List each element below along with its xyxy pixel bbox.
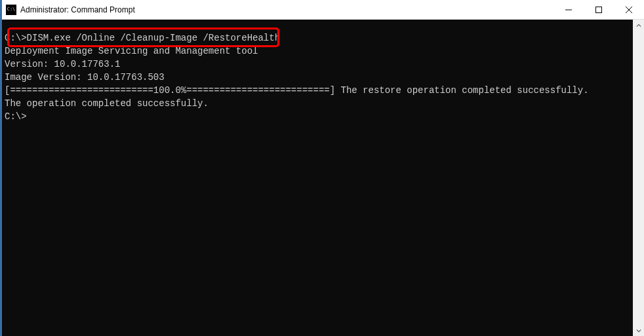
close-button[interactable] xyxy=(614,0,644,19)
terminal-line: C:\> xyxy=(5,110,630,123)
scroll-up-arrow-icon[interactable] xyxy=(633,20,644,31)
maximize-button[interactable] xyxy=(584,0,614,19)
terminal-line: Deployment Image Servicing and Managemen… xyxy=(5,45,630,58)
cmd-icon xyxy=(6,5,16,15)
window-controls xyxy=(553,0,644,19)
scroll-track[interactable] xyxy=(633,31,644,325)
terminal-line: [==========================100.0%=======… xyxy=(5,84,630,97)
terminal-line: Version: 10.0.17763.1 xyxy=(5,58,630,71)
scroll-down-arrow-icon[interactable] xyxy=(633,325,644,336)
command-prompt-window: Administrator: Command Prompt C:\>DISM.e… xyxy=(0,0,644,336)
vertical-scrollbar[interactable] xyxy=(633,20,644,336)
prompt: C:\> xyxy=(5,33,27,43)
command-text: DISM.exe /Online /Cleanup-Image /Restore… xyxy=(27,33,280,43)
terminal-line: The operation completed successfully. xyxy=(5,97,630,110)
titlebar[interactable]: Administrator: Command Prompt xyxy=(2,0,644,20)
window-title: Administrator: Command Prompt xyxy=(20,5,553,14)
terminal-output[interactable]: C:\>DISM.exe /Online /Cleanup-Image /Res… xyxy=(2,20,633,336)
minimize-button[interactable] xyxy=(553,0,584,19)
terminal-area: C:\>DISM.exe /Online /Cleanup-Image /Res… xyxy=(2,20,644,336)
terminal-line: C:\>DISM.exe /Online /Cleanup-Image /Res… xyxy=(5,31,630,45)
svg-rect-1 xyxy=(596,7,602,12)
terminal-line: Image Version: 10.0.17763.503 xyxy=(5,71,630,84)
